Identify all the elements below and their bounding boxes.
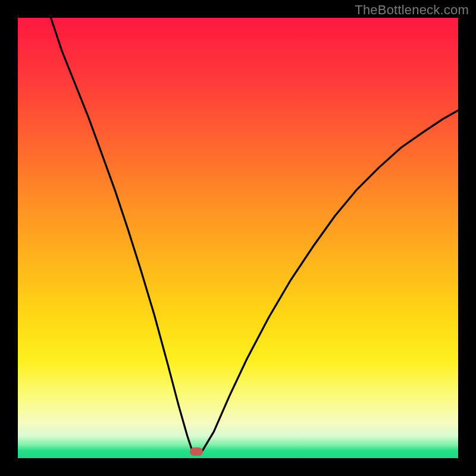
watermark-text: TheBottleneck.com [355, 2, 469, 18]
chart-frame: TheBottleneck.com [0, 0, 476, 476]
bottleneck-curve [18, 18, 458, 458]
plot-area [18, 18, 458, 458]
curve-path [51, 18, 459, 452]
bottleneck-marker [190, 447, 203, 456]
